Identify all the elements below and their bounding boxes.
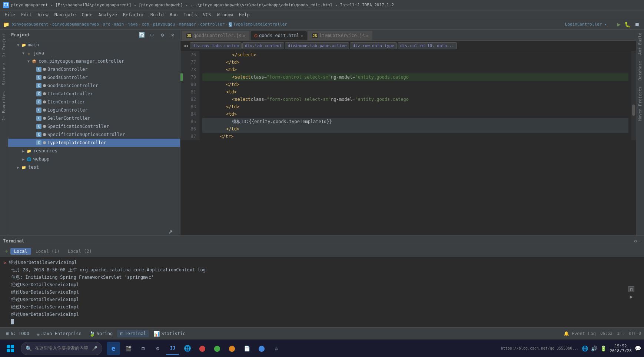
settings-button[interactable]: ⚙ <box>158 30 167 39</box>
menu-edit[interactable]: Edit <box>18 11 35 18</box>
taskbar-app-java[interactable]: ☕ <box>270 342 283 355</box>
tool-statistic[interactable]: 📊 Statistic <box>150 330 188 337</box>
run-button[interactable]: ▶ <box>617 21 621 28</box>
taskbar-app-mini-window[interactable]: ⊡ <box>136 342 150 355</box>
taskbar-app-red[interactable]: ⬤ <box>196 342 209 355</box>
menu-build[interactable]: Build <box>147 11 167 18</box>
menu-vcs[interactable]: VCS <box>200 11 214 18</box>
taskbar-app-screen-record[interactable]: 🎬 <box>122 342 135 355</box>
taskbar-app-pdf[interactable]: 📄 <box>240 342 253 355</box>
breadcrumb-java[interactable]: java <box>128 22 138 27</box>
taskbar-app-intellij[interactable]: IJ <box>166 342 179 355</box>
taskbar-app-settings[interactable]: ⚙ <box>151 342 165 355</box>
collapse-button[interactable]: ⊟ <box>147 30 156 39</box>
code-editor[interactable]: 76 77 78 79 80 81 82 83 84 85 86 87 <box>180 51 636 235</box>
ant-build-tab[interactable]: Ant Build <box>636 30 644 58</box>
menu-file[interactable]: File <box>1 11 18 18</box>
terminal-settings[interactable]: ⚙ <box>634 238 637 244</box>
menu-navigate[interactable]: Navigate <box>52 11 79 18</box>
menu-window[interactable]: Window <box>214 11 236 18</box>
tree-item-login[interactable]: C LoginController <box>8 106 180 114</box>
database-tab[interactable]: Database <box>636 58 644 83</box>
tree-item-java[interactable]: ▼ ☕ java <box>8 49 180 57</box>
notification-icon[interactable]: 💬 <box>635 346 641 351</box>
tree-item-webapp[interactable]: ▶ 🌐 webapp <box>8 155 180 163</box>
path-seg-3[interactable]: div#home.tab-pane.active <box>285 42 349 49</box>
menu-code[interactable]: Code <box>79 11 96 18</box>
close-tab-html[interactable]: ✕ <box>301 34 303 38</box>
terminal-scroll-btn[interactable]: ▶ <box>630 294 633 300</box>
menu-run[interactable]: Run <box>167 11 181 18</box>
tool-spring[interactable]: 🍃 Spring <box>86 330 116 337</box>
menu-help[interactable]: Help <box>236 11 253 18</box>
tree-item-main[interactable]: ▼ 📁 main <box>8 41 180 49</box>
terminal-content[interactable]: ✕ 经过UserDetailsServiceImpl 七月 28, 2018 8… <box>0 257 644 327</box>
taskbar-app-blue[interactable]: ⬤ <box>255 342 268 355</box>
breadcrumb-src[interactable]: src <box>103 22 110 27</box>
code-lines[interactable]: </select> </td> <td> <sele <box>199 51 631 140</box>
status-encoding: UTF-8 <box>629 331 641 336</box>
breadcrumb-web[interactable]: pinyougoumanagerweb <box>52 22 99 27</box>
code-line-80: </td> <box>202 81 628 88</box>
path-seg-1[interactable]: div.nav-tabs-custom <box>190 42 242 49</box>
debug-button[interactable]: 🐛 <box>624 22 631 27</box>
breadcrumb-class[interactable]: C TypeTemplateController <box>229 22 287 27</box>
project-tab[interactable]: 1: Project <box>0 30 8 60</box>
close-tab-itemcat[interactable]: ✕ <box>366 34 368 38</box>
taskbar-app-orange[interactable]: ⬤ <box>225 342 239 355</box>
terminal-tab-local2[interactable]: Local (2) <box>64 248 96 255</box>
path-seg-2[interactable]: div.tab-content <box>242 42 284 49</box>
tree-item-package[interactable]: ▼ 📦 com.pinyougou.manager.controller <box>8 57 180 65</box>
tool-todo[interactable]: ⊞ 6: TODO <box>3 330 32 337</box>
terminal-tab-local[interactable]: Local <box>10 248 31 255</box>
tree-item-item[interactable]: C ItemController <box>8 98 180 106</box>
tree-item-brand[interactable]: C BrandController <box>8 65 180 73</box>
tree-item-specoption[interactable]: C SpecificationOptionController <box>8 130 180 139</box>
menu-analyze[interactable]: Analyze <box>95 11 120 18</box>
hide-button[interactable]: ✕ <box>168 30 177 39</box>
terminal-copy-btn[interactable]: □ <box>628 286 634 292</box>
terminal-minimize[interactable]: − <box>638 238 641 244</box>
breadcrumb-root[interactable]: pinyougouparent <box>11 22 48 27</box>
tree-item-spec[interactable]: C SpecificationController <box>8 122 180 130</box>
tree-item-seller[interactable]: C SellerController <box>8 114 180 122</box>
tool-java-enterprise[interactable]: ☕ Java Enterprise <box>34 330 84 337</box>
breadcrumb-pinyougou[interactable]: pinyougou <box>153 22 175 27</box>
menu-view[interactable]: View <box>35 11 52 18</box>
breadcrumb-controller[interactable]: controller <box>200 22 225 27</box>
terminal-tab-local1[interactable]: Local (1) <box>32 248 63 255</box>
tree-item-typetemplate[interactable]: C TypeTemplateController <box>8 139 180 147</box>
menu-tools[interactable]: Tools <box>181 11 200 18</box>
structure-tab[interactable]: Structure <box>0 60 8 88</box>
sync-button[interactable]: 🔄 <box>137 30 146 39</box>
breadcrumb-manager[interactable]: manager <box>179 22 196 27</box>
tab-goods-edit-html[interactable]: ⬡ goods_edit.html ✕ <box>250 31 307 40</box>
tree-item-test[interactable]: ▶ 📁 test <box>8 163 180 171</box>
tab-goodscontroller[interactable]: JS goodsController.js ✕ <box>182 31 249 40</box>
taskbar-app-ie[interactable]: e <box>107 342 120 355</box>
tree-item-goodsdesc[interactable]: C GoodsDescController <box>8 82 180 90</box>
path-seg-4[interactable]: div.row.data-type <box>350 42 397 49</box>
breadcrumb-com[interactable]: com <box>142 22 149 27</box>
taskbar-search[interactable]: 🔍 在这里输入你要搜索的内容 🎤 <box>21 342 102 355</box>
breadcrumb-main[interactable]: main <box>114 22 124 27</box>
favorites-tab[interactable]: 2: Favorites <box>0 88 8 123</box>
taskbar-app-chrome[interactable]: 🌐 <box>181 342 194 355</box>
path-seg-5[interactable]: div.col-md-10. data... <box>398 42 457 49</box>
stop-button[interactable]: ⏹ <box>634 22 640 27</box>
maven-tab[interactable]: Maven Projects <box>636 83 644 124</box>
add-terminal-button[interactable]: + <box>3 248 10 255</box>
terminal-line-6: 经过UserDetailsServiceImpl <box>4 296 640 303</box>
tool-terminal[interactable]: ⊡ Terminal <box>117 330 149 337</box>
tab-itemcatservice[interactable]: JS itemCatService.js ✕ <box>308 31 373 40</box>
event-log-btn[interactable]: 🔔 Event Log <box>564 331 596 336</box>
taskbar-app-green[interactable]: ⬤ <box>210 342 224 355</box>
tree-item-goods[interactable]: C GoodsController <box>8 73 180 82</box>
login-controller-dropdown[interactable]: LoginController ▾ <box>565 22 607 27</box>
tree-item-resources[interactable]: ▶ 📁 resources <box>8 147 180 155</box>
tree-item-itemcat[interactable]: C ItemCatController <box>8 90 180 98</box>
menu-refactor[interactable]: Refactor <box>120 11 147 18</box>
svg-rect-1 <box>11 345 14 348</box>
close-tab-goodscontroller[interactable]: ✕ <box>243 34 245 38</box>
start-button[interactable] <box>3 341 18 356</box>
